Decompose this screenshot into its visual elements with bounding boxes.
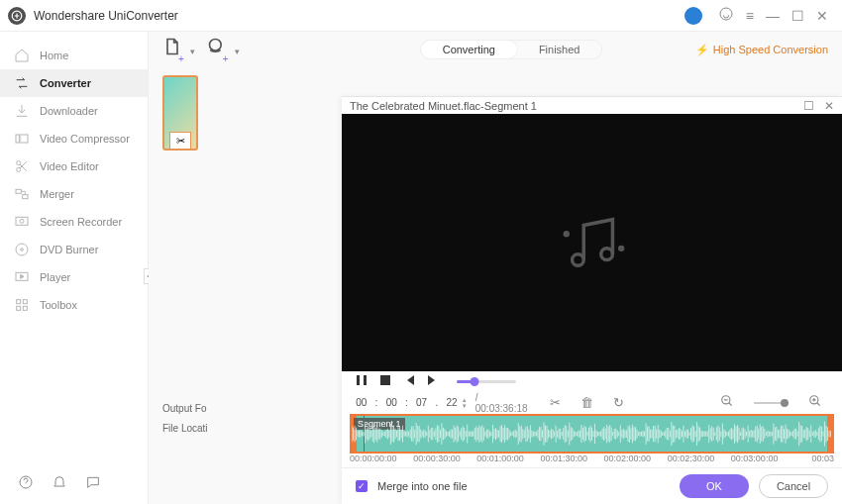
svg-point-17	[209, 39, 221, 50]
sidebar-item-toolbox[interactable]: Toolbox	[0, 291, 148, 319]
sidebar-label: Video Editor	[40, 160, 99, 172]
svg-point-8	[20, 219, 24, 223]
bottom-labels: Output Fo File Locati	[162, 399, 208, 439]
time-h[interactable]: 00	[356, 397, 368, 408]
sidebar-label: Toolbox	[40, 299, 77, 311]
add-file-button[interactable]: +▾	[162, 37, 193, 63]
prev-frame-button[interactable]	[403, 374, 415, 389]
sidebar-item-downloader[interactable]: Downloader	[0, 97, 148, 125]
time-spinner[interactable]: ▲▼	[462, 397, 468, 409]
maximize-editor-icon[interactable]: ☐	[803, 99, 814, 113]
bell-icon[interactable]	[52, 474, 67, 494]
sidebar-item-compressor[interactable]: Video Compressor	[0, 125, 148, 152]
output-format-label: Output Fo	[162, 399, 208, 419]
cancel-button[interactable]: Cancel	[759, 474, 828, 498]
maximize-icon[interactable]: ☐	[791, 8, 804, 24]
svg-rect-24	[380, 375, 390, 385]
next-frame-button[interactable]	[427, 374, 439, 389]
sidebar-label: Video Compressor	[40, 133, 130, 145]
add-folder-button[interactable]: +▾	[207, 37, 238, 63]
svg-rect-22	[357, 375, 360, 385]
svg-point-19	[600, 249, 612, 260]
minimize-icon[interactable]: —	[766, 8, 780, 24]
preview-area	[342, 114, 842, 371]
time-ruler: 00:00:00:00 00:00:30:00 00:01:00:00 00:0…	[350, 454, 834, 467]
sidebar-label: Downloader	[40, 105, 98, 117]
svg-rect-12	[17, 300, 21, 304]
merge-label: Merge into one file	[377, 480, 468, 492]
svg-rect-13	[23, 300, 27, 304]
svg-rect-23	[364, 375, 367, 385]
high-speed-toggle[interactable]: ⚡High Speed Conversion	[695, 44, 828, 56]
music-placeholder-icon	[558, 208, 627, 277]
sidebar-label: Converter	[40, 77, 91, 89]
time-m[interactable]: 00	[385, 397, 397, 408]
sidebar-item-home[interactable]: Home	[0, 42, 148, 69]
main-area: +▾ +▾ Converting Finished ⚡High Speed Co…	[149, 32, 842, 504]
file-thumbnail[interactable]: ✂	[162, 75, 198, 151]
svg-point-20	[565, 233, 568, 236]
sidebar-label: DVD Burner	[40, 244, 98, 255]
close-icon[interactable]: ✕	[816, 8, 828, 24]
help-icon[interactable]	[18, 474, 34, 494]
waveform-icon	[352, 416, 832, 452]
duration: / 00:03:36:18	[475, 392, 528, 414]
sidebar-label: Screen Recorder	[40, 216, 122, 228]
svg-rect-15	[23, 306, 27, 310]
time-s[interactable]: 07	[416, 397, 428, 408]
status-tabs: Converting Finished	[420, 40, 603, 59]
pause-button[interactable]	[356, 374, 368, 389]
support-icon[interactable]	[718, 6, 734, 25]
delete-button[interactable]: 🗑	[580, 395, 593, 410]
trim-editor-panel: The Celebrated Minuet.flac-Segment 1 ☐ ✕…	[342, 96, 842, 504]
feedback-icon[interactable]	[85, 474, 101, 494]
sidebar-item-editor[interactable]: Video Editor	[0, 152, 148, 180]
ok-button[interactable]: OK	[680, 474, 749, 498]
sidebar-item-merger[interactable]: Merger	[0, 180, 148, 208]
svg-rect-5	[16, 189, 21, 193]
editor-title: The Celebrated Minuet.flac-Segment 1	[350, 100, 537, 112]
svg-rect-2	[16, 135, 28, 143]
time-f[interactable]: 22	[446, 397, 458, 408]
app-title: Wondershare UniConverter	[34, 9, 178, 23]
scissors-icon[interactable]: ✂	[169, 132, 191, 150]
svg-rect-14	[17, 306, 21, 310]
zoom-out-icon[interactable]	[720, 394, 734, 411]
sidebar-item-converter[interactable]: Converter	[0, 69, 148, 97]
sidebar-item-recorder[interactable]: Screen Recorder	[0, 208, 148, 236]
svg-point-21	[619, 248, 622, 251]
tab-converting[interactable]: Converting	[421, 41, 517, 58]
waveform-track[interactable]: Segment 1	[350, 414, 834, 454]
svg-rect-6	[23, 195, 28, 199]
file-location-label: File Locati	[162, 419, 208, 439]
user-avatar[interactable]	[684, 7, 702, 25]
app-logo	[8, 7, 26, 25]
tab-finished[interactable]: Finished	[517, 41, 602, 58]
zoom-in-icon[interactable]	[808, 394, 822, 411]
close-editor-icon[interactable]: ✕	[824, 99, 834, 113]
menu-icon[interactable]: ≡	[746, 8, 754, 24]
sidebar-label: Home	[40, 50, 68, 61]
sidebar-label: Merger	[40, 188, 74, 200]
reset-button[interactable]: ↻	[613, 395, 624, 410]
cut-button[interactable]: ✂	[550, 395, 561, 410]
svg-rect-7	[16, 217, 28, 225]
sidebar-label: Player	[40, 271, 70, 283]
svg-point-9	[16, 244, 28, 255]
stop-button[interactable]	[379, 374, 391, 389]
volume-slider[interactable]	[457, 380, 516, 383]
merge-checkbox[interactable]: ✓	[356, 480, 368, 492]
sidebar-item-player[interactable]: Player	[0, 263, 148, 291]
lightning-icon: ⚡	[695, 44, 709, 56]
sidebar: Home Converter Downloader Video Compress…	[0, 32, 149, 504]
zoom-slider[interactable]	[754, 402, 789, 404]
sidebar-item-dvd[interactable]: DVD Burner	[0, 236, 148, 263]
svg-point-10	[21, 249, 24, 252]
